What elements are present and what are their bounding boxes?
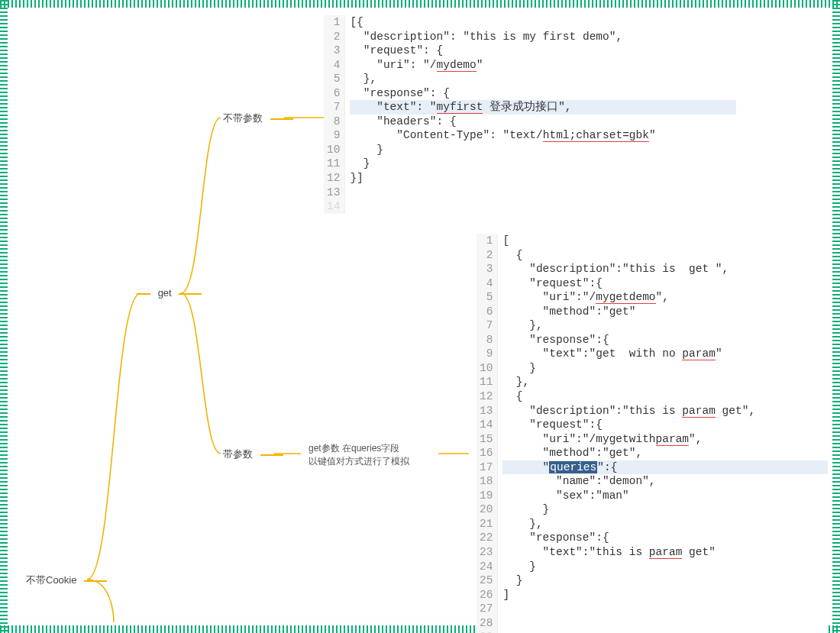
code1-lines: [{ "description": "this is my first demo… [345, 15, 736, 186]
note-queries-line2: 以键值对方式进行了模拟 [309, 456, 409, 467]
node-noparam-dash [270, 118, 293, 120]
code1-gutter: 1234567891011121314 [324, 15, 345, 214]
frame-border-right [832, 0, 840, 633]
node-withparam-dash [260, 454, 283, 456]
node-root: 不带Cookie [26, 573, 107, 587]
node-withparam: 带参数 [223, 447, 283, 461]
node-noparam: 不带参数 [223, 111, 293, 125]
frame-border-top [0, 0, 840, 8]
node-get: get [137, 287, 202, 299]
note-queries-line1: get参数 在queries字段 [309, 443, 399, 454]
node-get-left-dash [137, 293, 150, 295]
node-root-dash [84, 580, 107, 582]
code-block-2: 1234567891011121314151617181920212223242… [477, 234, 828, 633]
node-get-label: get [158, 287, 172, 299]
code2-gutter: 1234567891011121314151617181920212223242… [477, 234, 498, 633]
code2-lines: [ { "description":"this is get ", "reque… [498, 234, 828, 602]
node-withparam-label: 带参数 [223, 448, 253, 460]
diagram-canvas: 不带Cookie get 不带参数 带参数 get参数 在queries字段 以… [11, 11, 829, 622]
node-get-right-dash [179, 293, 202, 295]
frame-border-left [0, 0, 8, 633]
node-noparam-label: 不带参数 [223, 112, 263, 124]
node-root-label: 不带Cookie [26, 574, 76, 586]
code-block-1: 1234567891011121314 [{ "description": "t… [324, 15, 736, 214]
note-queries: get参数 在queries字段 以键值对方式进行了模拟 [309, 442, 409, 469]
